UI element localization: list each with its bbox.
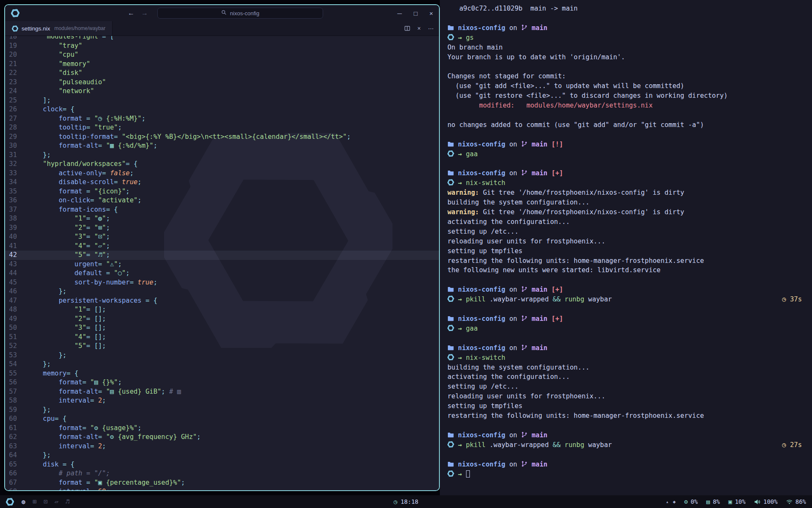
- code-line[interactable]: 65 disk = {: [5, 460, 439, 469]
- terminal[interactable]: a9c0c72..d11029b main -> main nixos-conf…: [440, 0, 812, 495]
- minimize-button[interactable]: ─: [398, 10, 402, 17]
- code-line[interactable]: 66 # path = "/";: [5, 469, 439, 478]
- code-text: # path = "/";: [27, 469, 110, 478]
- more-actions-icon[interactable]: ⋯: [428, 25, 434, 32]
- code-line[interactable]: 50 "3"= [];: [5, 323, 439, 333]
- terminal-line: the following new units were started: li…: [447, 265, 812, 275]
- disk-module[interactable]: ▣10%: [728, 498, 746, 505]
- terminal-line: modified: modules/home/waybar/settings.n…: [447, 101, 812, 110]
- editor-titlebar: ← → nixos-config ─ □ ×: [5, 5, 439, 21]
- code-line[interactable]: 40 "3"= "⊡";: [5, 232, 439, 242]
- code-line[interactable]: 62 format-alt= "⚙ {avg_frequency} GHz";: [5, 433, 439, 442]
- code-line[interactable]: 48 "1"= [];: [5, 305, 439, 315]
- terminal-line: restarting the following units: home-man…: [447, 256, 812, 266]
- nix-logo-icon: [11, 9, 19, 17]
- terminal-line: (use "git add <file>..." to update what …: [447, 81, 812, 91]
- code-line[interactable]: 36 on-click= "activate";: [5, 196, 439, 205]
- code-line[interactable]: 21 "memory": [5, 60, 439, 69]
- code-line[interactable]: 43 urgent= "⚠";: [5, 260, 439, 269]
- code-line[interactable]: 56 format= "▤ {}%";: [5, 378, 439, 387]
- code-line[interactable]: 53 };: [5, 351, 439, 360]
- code-line[interactable]: 57 format-alt= "▤ {used} GiB"; # ▥: [5, 387, 439, 397]
- code-line[interactable]: 33 active-only= false;: [5, 169, 439, 178]
- command-center-search[interactable]: nixos-config: [157, 8, 323, 19]
- cpu-module[interactable]: ⚙0%: [684, 498, 698, 505]
- code-line[interactable]: 29 tooltip-format= "<big>{:%Y %B}</big>\…: [5, 133, 439, 142]
- code-line[interactable]: 49 "2"= [];: [5, 315, 439, 324]
- terminal-cursor: [466, 470, 470, 478]
- code-text: "network": [27, 87, 94, 96]
- code-line[interactable]: 47 persistent-workspaces = {: [5, 296, 439, 306]
- code-line[interactable]: 44 default = "○";: [5, 269, 439, 278]
- code-line[interactable]: 41 "4"= "▱";: [5, 242, 439, 251]
- code-line[interactable]: 20 "cpu": [5, 50, 439, 60]
- terminal-line: building the system configuration...: [447, 363, 812, 373]
- close-tab-icon[interactable]: ×: [417, 25, 421, 32]
- memory-module[interactable]: ▤8%: [706, 498, 720, 505]
- code-line[interactable]: 24 "network": [5, 87, 439, 96]
- code-line[interactable]: 52 "5"= [];: [5, 342, 439, 351]
- code-line[interactable]: 46 };: [5, 287, 439, 296]
- code-line[interactable]: 51 "4"= [];: [5, 333, 439, 342]
- workspace-button[interactable]: ▱: [55, 498, 58, 505]
- workspace-button[interactable]: ◍: [22, 498, 25, 505]
- code-line[interactable]: 23 "pulseaudio": [5, 78, 439, 87]
- code-line[interactable]: 18 "modules-right"= [: [5, 36, 439, 41]
- line-number: 65: [5, 460, 27, 469]
- clock-module[interactable]: ◷ 18:18: [394, 498, 419, 505]
- search-icon: [221, 10, 227, 17]
- code-line[interactable]: 26 clock= {: [5, 105, 439, 114]
- code-text: format-alt= "▤ {used} GiB"; # ▥: [27, 387, 181, 397]
- code-line[interactable]: 42 "5"= "♬";: [5, 251, 439, 260]
- terminal-line: nixos-config on main [!]: [447, 140, 812, 149]
- code-line[interactable]: 25 ];: [5, 96, 439, 105]
- line-number: 29: [5, 133, 27, 142]
- code-line[interactable]: 55 memory= {: [5, 369, 439, 378]
- code-line[interactable]: 31 };: [5, 151, 439, 160]
- code-line[interactable]: 45 sort-by-number= true;: [5, 278, 439, 287]
- back-button[interactable]: ←: [128, 9, 134, 17]
- code-line[interactable]: 61 format= "⚙ {usage}%";: [5, 424, 439, 433]
- code-line[interactable]: 37 format-icons= {: [5, 205, 439, 215]
- code-line[interactable]: 38 "1"= "◍";: [5, 214, 439, 224]
- workspace-button[interactable]: ⊞: [33, 498, 36, 505]
- network-value: 86%: [796, 498, 806, 505]
- code-line[interactable]: 39 "2"= "⊞";: [5, 224, 439, 233]
- maximize-button[interactable]: □: [414, 10, 417, 17]
- line-number: 32: [5, 160, 27, 169]
- launcher-nix-icon[interactable]: [6, 498, 14, 506]
- code-line[interactable]: 28 tooltip= "true";: [5, 123, 439, 133]
- code-line[interactable]: 54 };: [5, 360, 439, 369]
- workspace-button[interactable]: ⊡: [44, 498, 47, 505]
- tray-icon[interactable]: ▴: [666, 499, 669, 505]
- code-line[interactable]: 59 };: [5, 406, 439, 415]
- editor-window: ← → nixos-config ─ □ × settings.nix mod: [4, 4, 440, 491]
- search-text: nixos-config: [230, 10, 259, 17]
- code-line[interactable]: 60 cpu= {: [5, 414, 439, 424]
- code-line[interactable]: 64 };: [5, 451, 439, 460]
- close-button[interactable]: ×: [429, 10, 433, 17]
- code-line[interactable]: 32 "hyprland/workspaces"= {: [5, 160, 439, 169]
- code-line[interactable]: 63 interval= 2;: [5, 442, 439, 451]
- network-module[interactable]: 86%: [786, 498, 806, 505]
- code-text: "1"= [];: [27, 305, 106, 315]
- split-editor-icon[interactable]: [404, 25, 410, 31]
- code-line[interactable]: 68 interval= 60;: [5, 487, 439, 490]
- folder-icon: [447, 315, 454, 323]
- code-line[interactable]: 67 format = "▣ {percentage_used}%";: [5, 478, 439, 488]
- code-line[interactable]: 34 disable-scroll= true;: [5, 178, 439, 187]
- code-editor[interactable]: 18 "modules-right"= [19 "tray"20 "cpu"21…: [5, 36, 439, 490]
- tray: ▴◆: [666, 499, 675, 505]
- code-line[interactable]: 30 format-alt= "▦ {:%d/%m}";: [5, 141, 439, 151]
- workspace-button[interactable]: ♬: [66, 498, 69, 505]
- code-line[interactable]: 22 "disk": [5, 69, 439, 78]
- code-line[interactable]: 27 format = "◷ {:%H:%M}";: [5, 114, 439, 124]
- code-line[interactable]: 35 format = "{icon}";: [5, 187, 439, 196]
- window-controls: ─ □ ×: [398, 10, 433, 17]
- pulseaudio-module[interactable]: 100%: [754, 498, 778, 505]
- tray-icon[interactable]: ◆: [673, 499, 676, 505]
- code-line[interactable]: 19 "tray": [5, 41, 439, 51]
- code-line[interactable]: 58 interval= 2;: [5, 396, 439, 406]
- tab-settings-nix[interactable]: settings.nix modules/home/waybar: [5, 21, 112, 36]
- forward-button[interactable]: →: [141, 9, 148, 17]
